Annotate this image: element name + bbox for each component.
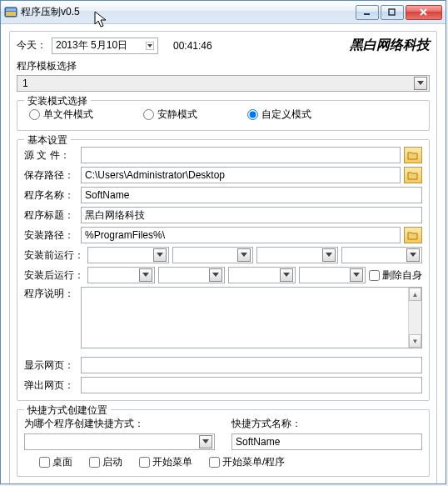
- browse-savepath-button[interactable]: [404, 167, 422, 183]
- install-path-input[interactable]: [81, 227, 401, 243]
- popup-url-input[interactable]: [81, 377, 422, 393]
- program-name-label: 程序名称：: [24, 188, 77, 203]
- chevron-down-icon[interactable]: [153, 248, 167, 262]
- shortcut-startmenu-programs-checkbox[interactable]: 开始菜单/程序: [209, 455, 285, 469]
- template-combo-value: 1: [22, 78, 414, 89]
- chevron-down-icon[interactable]: [406, 248, 420, 262]
- svg-rect-1: [6, 8, 16, 11]
- app-window: 程序压制v0.5 今天： 2013年 5月10日 00:41:46 黑白网络科技…: [0, 0, 446, 484]
- chevron-down-icon[interactable]: [199, 435, 212, 448]
- svg-rect-4: [389, 9, 395, 15]
- program-title-input[interactable]: [81, 207, 422, 223]
- radio-custom[interactable]: 自定义模式: [247, 108, 311, 122]
- description-label: 程序说明：: [24, 287, 77, 301]
- prerun-combo-4[interactable]: [341, 247, 423, 263]
- program-title-label: 程序标题：: [24, 208, 77, 223]
- source-file-input[interactable]: [81, 147, 401, 163]
- postrun-label: 安装后运行：: [24, 268, 84, 283]
- show-url-label: 显示网页：: [24, 358, 77, 373]
- source-file-label: 源 文 件：: [24, 148, 77, 163]
- chevron-down-icon[interactable]: [414, 77, 427, 90]
- svg-marker-17: [353, 273, 360, 277]
- radio-silent[interactable]: 安静模式: [143, 108, 197, 122]
- popup-url-label: 弹出网页：: [24, 378, 77, 393]
- install-mode-fieldset: 安装模式选择 单文件模式 安静模式 自定义模式: [17, 100, 430, 131]
- install-mode-legend: 安装模式选择: [24, 94, 91, 108]
- template-combo[interactable]: 1: [17, 75, 430, 92]
- close-button[interactable]: [406, 5, 442, 20]
- browse-source-button[interactable]: [404, 147, 422, 163]
- window-title: 程序压制v0.5: [21, 5, 356, 19]
- shortcut-name-input[interactable]: [231, 433, 422, 450]
- shortcut-startmenu-checkbox[interactable]: 开始菜单: [139, 455, 192, 469]
- app-icon: [4, 6, 17, 19]
- description-textarea[interactable]: [82, 288, 408, 348]
- svg-marker-10: [157, 253, 163, 257]
- chevron-down-icon[interactable]: [280, 268, 293, 282]
- maximize-button[interactable]: [381, 5, 404, 20]
- date-value: 2013年 5月10日: [56, 38, 144, 53]
- brand-label: 黑白网络科技: [350, 37, 430, 54]
- prerun-combo-2[interactable]: [172, 247, 254, 263]
- svg-marker-16: [283, 273, 290, 277]
- postrun-combo-1[interactable]: [87, 267, 155, 283]
- delete-self-checkbox[interactable]: 删除自身: [369, 268, 422, 283]
- prerun-combo-1[interactable]: [87, 247, 169, 263]
- svg-marker-15: [212, 273, 219, 277]
- install-path-label: 安装路径：: [24, 228, 77, 243]
- program-name-input[interactable]: [81, 187, 422, 203]
- svg-marker-11: [241, 253, 247, 257]
- shortcut-fieldset: 快捷方式创建位置 为哪个程序创建快捷方式： 快捷方式名称： 桌面 启动 开始菜单: [17, 409, 430, 477]
- basic-fieldset: 基本设置 源 文 件： 保存路径： 程序名称： 程序标题：: [17, 139, 430, 401]
- svg-marker-18: [202, 439, 209, 443]
- postrun-combo-2[interactable]: [158, 267, 226, 283]
- scroll-down-icon[interactable]: ▼: [409, 334, 421, 348]
- shortcut-desktop-checkbox[interactable]: 桌面: [39, 455, 72, 469]
- postrun-combo-4[interactable]: [299, 267, 366, 283]
- save-path-label: 保存路径：: [24, 168, 77, 183]
- svg-rect-2: [6, 12, 16, 16]
- calendar-dropdown-icon[interactable]: [144, 42, 156, 50]
- svg-marker-14: [142, 273, 149, 277]
- shortcut-name-label: 快捷方式名称：: [231, 417, 422, 431]
- show-url-input[interactable]: [81, 357, 422, 373]
- window-buttons: [356, 5, 442, 20]
- postrun-combo-3[interactable]: [228, 267, 296, 283]
- shortcut-which-combo[interactable]: [24, 433, 215, 450]
- chevron-down-icon[interactable]: [322, 248, 336, 262]
- titlebar: 程序压制v0.5: [1, 1, 446, 24]
- chevron-down-icon[interactable]: [237, 248, 251, 262]
- template-label: 程序模板选择: [17, 59, 430, 73]
- minimize-button[interactable]: [356, 5, 379, 20]
- time-value: 00:41:46: [173, 40, 212, 52]
- chevron-down-icon[interactable]: [139, 268, 152, 282]
- basic-legend: 基本设置: [24, 133, 71, 148]
- svg-marker-13: [410, 253, 416, 257]
- textarea-scrollbar[interactable]: ▲ ▼: [408, 288, 421, 348]
- prerun-label: 安装前运行：: [24, 248, 84, 263]
- shortcut-which-label: 为哪个程序创建快捷方式：: [24, 417, 215, 431]
- radio-single-file[interactable]: 单文件模式: [29, 108, 93, 122]
- shortcut-startup-checkbox[interactable]: 启动: [89, 455, 122, 469]
- today-label: 今天：: [17, 38, 47, 53]
- scroll-up-icon[interactable]: ▲: [409, 288, 421, 301]
- save-path-input[interactable]: [81, 167, 401, 183]
- svg-marker-12: [326, 253, 332, 257]
- prerun-combo-3[interactable]: [256, 247, 338, 263]
- shortcut-legend: 快捷方式创建位置: [24, 403, 111, 418]
- chevron-down-icon[interactable]: [350, 268, 363, 282]
- svg-marker-9: [417, 81, 424, 85]
- date-picker[interactable]: 2013年 5月10日: [52, 38, 158, 54]
- main-panel: 今天： 2013年 5月10日 00:41:46 黑白网络科技 程序模板选择 1…: [9, 31, 437, 484]
- chevron-down-icon[interactable]: [209, 268, 222, 282]
- browse-installpath-button[interactable]: [404, 227, 422, 243]
